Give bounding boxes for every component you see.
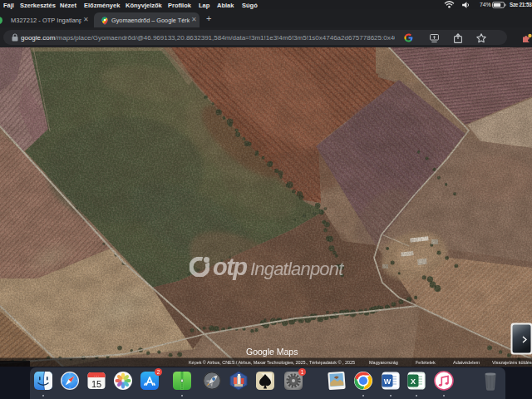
svg-text:Képek © Airbus, CNES / Airbus,: Képek © Airbus, CNES / Airbus, Maxar Tec…: [189, 360, 355, 365]
svg-text:Magyarország: Magyarország: [369, 360, 398, 365]
svg-text:Feltételek: Feltételek: [416, 360, 436, 365]
svg-text:otp: otp: [213, 254, 247, 280]
svg-text:····: ····: [94, 374, 99, 378]
svg-text:X: X: [411, 377, 416, 386]
svg-text:Google Maps: Google Maps: [246, 347, 298, 357]
svg-text:Visszajelzés küldése a térké..: Visszajelzés küldése a térké...: [492, 360, 532, 365]
svg-text:Adatvédelem: Adatvédelem: [453, 360, 480, 365]
svg-text:15: 15: [91, 379, 101, 389]
svg-text:Ingatlanpont: Ingatlanpont: [250, 259, 344, 279]
svg-text:W: W: [384, 377, 392, 386]
